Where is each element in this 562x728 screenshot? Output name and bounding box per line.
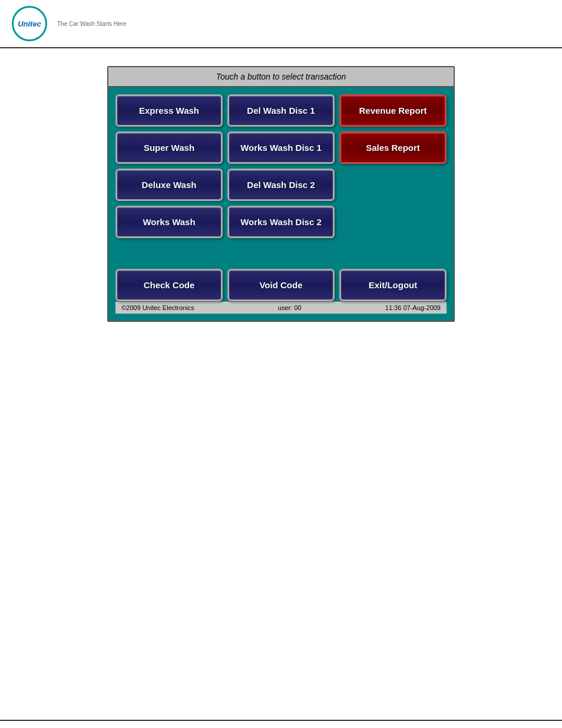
deluxe-wash-button[interactable]: Deluxe Wash: [115, 169, 223, 201]
terminal-panel: Touch a button to select transaction Exp…: [107, 66, 455, 322]
action-button-grid: Check Code Void Code Exit/Logout: [115, 269, 447, 301]
empty-cell-2: [339, 206, 447, 238]
wash-button-grid: Express Wash Del Wash Disc 1 Revenue Rep…: [115, 94, 447, 238]
del-wash-disc-2-button[interactable]: Del Wash Disc 2: [227, 169, 335, 201]
main-content: Touch a button to select transaction Exp…: [0, 48, 562, 334]
logo-text: Unitec: [18, 20, 41, 28]
logo: Unitec: [12, 6, 47, 41]
sales-report-button[interactable]: Sales Report: [339, 131, 447, 164]
revenue-report-button[interactable]: Revenue Report: [339, 94, 447, 127]
exit-logout-button[interactable]: Exit/Logout: [339, 269, 447, 301]
express-wash-button[interactable]: Express Wash: [115, 94, 223, 127]
del-wash-disc-1-button[interactable]: Del Wash Disc 1: [227, 94, 335, 127]
header: Unitec The Car Wash Starts Here: [0, 0, 562, 48]
works-wash-button[interactable]: Works Wash: [115, 206, 223, 238]
works-wash-disc-2-button[interactable]: Works Wash Disc 2: [227, 206, 335, 238]
check-code-button[interactable]: Check Code: [115, 269, 223, 301]
status-bar: ©2009 Unitec Electronics user: 00 11:36 …: [115, 301, 447, 314]
works-wash-disc-1-button[interactable]: Works Wash Disc 1: [227, 131, 335, 164]
datetime-text: 11:36 07-Aug-2009: [385, 304, 441, 311]
logo-tagline: The Car Wash Starts Here: [57, 21, 126, 27]
empty-cell-1: [339, 169, 447, 201]
footer: [0, 720, 562, 728]
void-code-button[interactable]: Void Code: [227, 269, 335, 301]
spacer: [115, 243, 447, 266]
terminal-body: Express Wash Del Wash Disc 1 Revenue Rep…: [108, 87, 454, 321]
super-wash-button[interactable]: Super Wash: [115, 131, 223, 164]
copyright-text: ©2009 Unitec Electronics: [121, 304, 194, 311]
user-text: user: 00: [278, 304, 302, 311]
terminal-title: Touch a button to select transaction: [108, 67, 454, 87]
